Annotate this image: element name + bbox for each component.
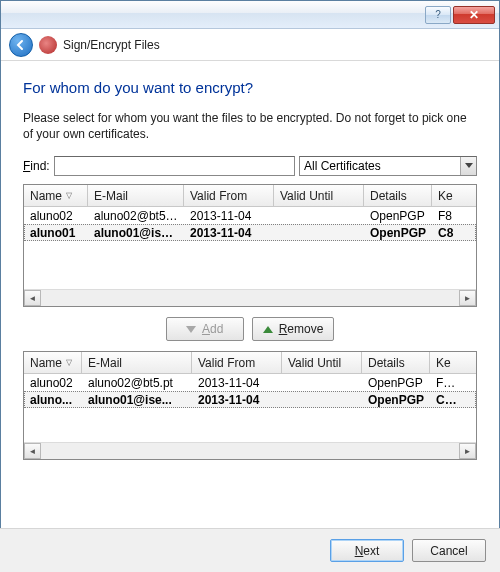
close-button[interactable]: ✕ [453, 6, 495, 24]
col-valid-from[interactable]: Valid From [184, 185, 274, 206]
scroll-track[interactable] [41, 443, 459, 459]
back-arrow-icon [15, 39, 27, 51]
content-area: For whom do you want to encrypt? Please … [1, 61, 499, 470]
close-icon: ✕ [469, 8, 479, 22]
back-button[interactable] [9, 33, 33, 57]
scroll-right-button[interactable]: ► [459, 443, 476, 459]
table-row[interactable]: aluno... aluno01@ise... 2013-11-04 OpenP… [24, 391, 476, 408]
table-header: Name ▽ E-Mail Valid From Valid Until Det… [24, 352, 476, 374]
find-row: Find: All Certificates [23, 156, 477, 176]
add-remove-row: Add Remove [23, 317, 477, 341]
table-body: aluno02 aluno02@bt5.pt 2013-11-04 OpenPG… [24, 207, 476, 289]
table-row[interactable]: aluno02 aluno02@bt5.pt 2013-11-04 OpenPG… [24, 374, 476, 391]
help-icon: ? [435, 9, 441, 20]
col-details[interactable]: Details [362, 352, 430, 373]
find-label: Find: [23, 159, 50, 173]
table-header: Name ▽ E-Mail Valid From Valid Until Det… [24, 185, 476, 207]
col-email[interactable]: E-Mail [82, 352, 192, 373]
page-description: Please select for whom you want the file… [23, 110, 477, 142]
scroll-track[interactable] [41, 290, 459, 306]
help-button[interactable]: ? [425, 6, 451, 24]
find-input[interactable] [54, 156, 295, 176]
chevron-down-icon [460, 157, 476, 175]
add-button[interactable]: Add [166, 317, 244, 341]
sort-indicator-icon: ▽ [66, 358, 72, 367]
col-key[interactable]: Ke [432, 185, 468, 206]
remove-button[interactable]: Remove [252, 317, 335, 341]
col-valid-from[interactable]: Valid From [192, 352, 282, 373]
page-heading: For whom do you want to encrypt? [23, 79, 477, 96]
horizontal-scrollbar[interactable]: ◄ ► [24, 442, 476, 459]
title-bar: ? ✕ [1, 1, 499, 29]
app-icon [39, 36, 57, 54]
cancel-button[interactable]: Cancel [412, 539, 486, 562]
table-row[interactable]: aluno01 aluno01@isegi.pt 2013-11-04 Open… [24, 224, 476, 241]
filter-combo-value: All Certificates [304, 159, 381, 173]
selected-certificates-table: Name ▽ E-Mail Valid From Valid Until Det… [23, 351, 477, 460]
next-button[interactable]: Next [330, 539, 404, 562]
sort-indicator-icon: ▽ [66, 191, 72, 200]
available-certificates-table: Name ▽ E-Mail Valid From Valid Until Det… [23, 184, 477, 307]
col-valid-until[interactable]: Valid Until [274, 185, 364, 206]
scroll-right-button[interactable]: ► [459, 290, 476, 306]
filter-combo[interactable]: All Certificates [299, 156, 477, 176]
nav-title: Sign/Encrypt Files [63, 38, 160, 52]
col-details[interactable]: Details [364, 185, 432, 206]
col-name[interactable]: Name ▽ [24, 352, 82, 373]
col-email[interactable]: E-Mail [88, 185, 184, 206]
col-valid-until[interactable]: Valid Until [282, 352, 362, 373]
nav-bar: Sign/Encrypt Files [1, 29, 499, 61]
footer-bar: Next Cancel [0, 528, 500, 572]
scroll-left-button[interactable]: ◄ [24, 443, 41, 459]
col-name[interactable]: Name ▽ [24, 185, 88, 206]
triangle-down-icon [186, 326, 196, 333]
col-key[interactable]: Ke [430, 352, 466, 373]
horizontal-scrollbar[interactable]: ◄ ► [24, 289, 476, 306]
triangle-up-icon [263, 326, 273, 333]
table-body: aluno02 aluno02@bt5.pt 2013-11-04 OpenPG… [24, 374, 476, 442]
table-row[interactable]: aluno02 aluno02@bt5.pt 2013-11-04 OpenPG… [24, 207, 476, 224]
scroll-left-button[interactable]: ◄ [24, 290, 41, 306]
